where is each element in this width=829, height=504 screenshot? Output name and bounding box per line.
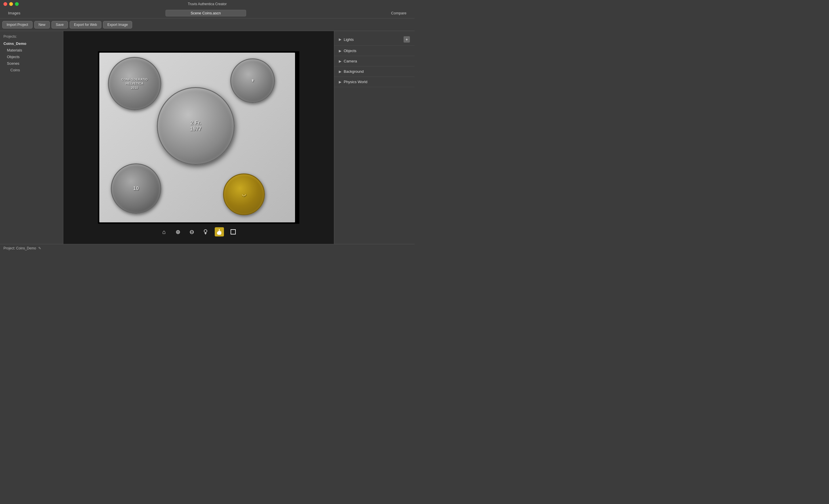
panel-row-physics[interactable]: ▶ Physics World (334, 77, 414, 87)
sidebar-item-scenes[interactable]: Scenes (0, 60, 63, 67)
sidebar-item-coins[interactable]: Coins (0, 67, 63, 73)
import-project-button[interactable]: Import Project (2, 21, 33, 29)
chevron-camera-icon: ▶ (339, 59, 341, 63)
scene-name-input[interactable] (166, 10, 246, 16)
traffic-lights (3, 2, 19, 6)
main-layout: Projects: Coins_Demo Materials Objects S… (0, 31, 414, 244)
scene-viewport: CONFŒDERATIO HELVETICA 2010 🗡 2 Fr. 1977 (98, 51, 299, 224)
chevron-physics-icon: ▶ (339, 80, 341, 84)
coin-center-text-line1: 2 Fr. (190, 120, 202, 126)
coin-bl-text: 10 (133, 186, 139, 192)
sidebar-item-materials[interactable]: Materials (0, 47, 63, 53)
coin-center[interactable]: 2 Fr. 1977 (157, 87, 235, 165)
app-title: Truvis Authentica Creator (188, 2, 227, 6)
panel-camera-label: Camera (344, 59, 357, 63)
export-image-button[interactable]: Export Image (103, 21, 132, 29)
close-button[interactable] (3, 2, 7, 6)
viewport-toolbar: ⌂ ⊕ ⊖ (159, 227, 238, 236)
add-light-button[interactable]: + (403, 36, 410, 43)
panel-physics-label: Physics World (344, 80, 367, 84)
coin-scene: CONFŒDERATIO HELVETICA 2010 🗡 2 Fr. 1977 (99, 53, 295, 222)
canvas-area: CONFŒDERATIO HELVETICA 2010 🗡 2 Fr. 1977 (63, 31, 334, 244)
sidebar: Projects: Coins_Demo Materials Objects S… (0, 31, 63, 244)
sidebar-section-title: Projects: (0, 33, 63, 40)
title-bar: Truvis Authentica Creator (0, 0, 414, 8)
toolbar: Import Project New Save Export for Web E… (0, 18, 414, 31)
panel-lights-label: Lights (344, 37, 354, 42)
panel-row-camera[interactable]: ▶ Camera (334, 56, 414, 67)
zoom-out-icon[interactable]: ⊖ (187, 227, 196, 236)
sidebar-item-objects[interactable]: Objects (0, 53, 63, 60)
export-web-button[interactable]: Export for Web (70, 21, 101, 29)
edit-icon[interactable]: ✎ (38, 246, 41, 250)
panel-row-lights[interactable]: ▶ Lights + (334, 33, 414, 46)
svg-point-0 (204, 230, 207, 232)
chevron-background-icon: ▶ (339, 70, 341, 74)
nav-images[interactable]: Images (0, 8, 29, 18)
status-bar: Project: Coins_Demo ✎ (0, 244, 414, 252)
panel-row-background[interactable]: ▶ Background (334, 67, 414, 77)
coin-br-text: ب (242, 192, 246, 197)
coin-center-text-line2: 1977 (190, 126, 202, 132)
coin-bottom-left[interactable]: 10 (111, 163, 161, 214)
coin-tr-text: 🗡 (251, 79, 254, 83)
chevron-objects-icon: ▶ (339, 49, 341, 53)
lightbulb-icon[interactable] (201, 227, 210, 236)
panel-row-objects[interactable]: ▶ Objects (334, 46, 414, 56)
coin-tl-text: CONFŒDERATIO HELVETICA 2010 (121, 77, 148, 90)
chevron-lights-icon: ▶ (339, 37, 341, 41)
nav-compare[interactable]: Compare (383, 8, 414, 18)
panel-objects-label: Objects (344, 49, 356, 53)
coin-top-left[interactable]: CONFŒDERATIO HELVETICA 2010 (108, 57, 161, 110)
nav-center (29, 8, 383, 18)
sidebar-project-name[interactable]: Coins_Demo (0, 40, 63, 47)
coin-top-right[interactable]: 🗡 (230, 59, 275, 103)
status-text: Project: Coins_Demo (3, 246, 36, 250)
coin-bottom-right[interactable]: ب (223, 173, 265, 215)
svg-rect-2 (231, 230, 236, 234)
minimize-button[interactable] (9, 2, 13, 6)
new-button[interactable]: New (34, 21, 50, 29)
fullscreen-icon[interactable] (228, 227, 238, 236)
right-panel: ▶ Lights + ▶ Objects ▶ Camera ▶ Backgrou… (334, 31, 414, 244)
maximize-button[interactable] (15, 2, 19, 6)
save-button[interactable]: Save (51, 21, 68, 29)
zoom-in-icon[interactable]: ⊕ (173, 227, 182, 236)
nav-bar: Images Compare (0, 8, 414, 18)
hand-icon[interactable] (215, 227, 224, 236)
home-icon[interactable]: ⌂ (159, 227, 169, 236)
panel-background-label: Background (344, 69, 364, 74)
